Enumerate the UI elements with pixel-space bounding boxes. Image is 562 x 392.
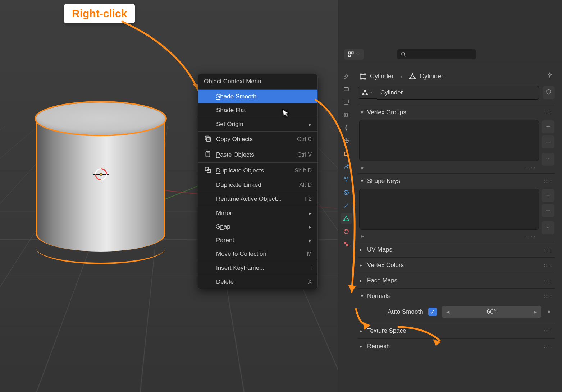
menu-move-collection[interactable]: • Move to Collection M [198,247,317,261]
menu-insert-keyframe[interactable]: • Insert Keyframe... I [198,261,317,275]
tab-texture[interactable] [341,239,352,250]
svg-point-18 [347,165,348,166]
svg-point-25 [348,220,349,221]
tab-tool[interactable] [341,70,352,82]
tab-output[interactable] [341,96,352,108]
breadcrumb-mesh[interactable]: Cylinder [409,73,443,80]
menu-duplicate-linked[interactable]: • Duplicate Linked Alt D [198,178,317,192]
section-vertex-colors[interactable]: ▸Vertex Colors:::: [358,258,555,273]
vertex-group-specials-button[interactable]: ﹀ [542,153,554,166]
svg-rect-8 [352,52,353,54]
cylinder-object[interactable] [36,102,165,257]
mesh-name-input[interactable] [377,86,539,100]
breadcrumb-sep: › [400,73,402,80]
section-remesh[interactable]: ▸Remesh:::: [358,339,555,354]
svg-point-36 [414,78,415,79]
add-vertex-group-button[interactable]: + [542,120,554,133]
svg-line-11 [404,55,406,56]
remove-shape-key-button[interactable]: − [542,204,554,217]
shape-key-specials-button[interactable]: ﹀ [542,221,554,234]
tab-object[interactable] [341,148,352,160]
tab-particles[interactable] [341,174,352,185]
svg-rect-15 [345,114,347,116]
svg-point-22 [344,190,348,195]
properties-type-dropdown[interactable]: ﹀ [344,49,364,60]
svg-point-24 [344,220,345,221]
svg-point-10 [402,52,405,55]
svg-rect-12 [344,88,348,91]
svg-rect-2 [205,136,209,140]
menu-set-origin[interactable]: • Set Origin [198,117,317,131]
svg-point-21 [346,180,347,181]
object-icon [359,73,366,80]
menu-shade-flat[interactable]: • Shade Flat [198,103,317,117]
svg-rect-28 [344,242,346,244]
svg-rect-13 [344,100,348,103]
vertex-groups-list[interactable]: + − ﹀ [359,120,539,161]
menu-paste-objects[interactable]: Paste Objects Ctrl V [198,147,317,162]
section-texture-space[interactable]: ▸Texture Space:::: [358,323,555,338]
tab-world[interactable] [341,135,352,147]
menu-duplicate-objects[interactable]: Duplicate Objects Shift D [198,163,317,178]
svg-point-19 [344,178,346,179]
menu-snap[interactable]: • Snap [198,220,317,234]
svg-rect-32 [364,74,365,75]
svg-point-35 [410,78,411,79]
context-menu-title: Object Context Menu [198,74,317,90]
svg-rect-33 [360,78,361,79]
section-face-maps[interactable]: ▸Face Maps:::: [358,273,555,288]
menu-shade-smooth[interactable]: • Shade Smooth [198,90,317,103]
svg-point-20 [347,178,348,179]
add-shape-key-button[interactable]: + [542,189,554,202]
auto-smooth-angle[interactable]: ◀60°▶ [442,306,541,318]
copy-icon [204,135,212,144]
svg-point-23 [346,192,347,194]
breadcrumb-object[interactable]: Cylinder [359,73,394,80]
pin-icon[interactable] [546,72,553,81]
svg-point-37 [412,73,413,74]
auto-smooth-checkbox[interactable]: ✓ [428,308,437,316]
search-icon [401,51,406,57]
svg-rect-29 [346,244,348,246]
shape-keys-list[interactable]: + − ﹀ [359,189,539,230]
svg-rect-17 [345,152,348,156]
menu-mirror[interactable]: • Mirror [198,206,317,220]
tab-mesh-data[interactable] [341,213,352,224]
section-vertex-groups[interactable]: ▼Vertex Groups:::: [358,105,555,120]
tab-render[interactable] [341,83,352,95]
svg-rect-1 [206,137,210,141]
mesh-icon [409,73,416,80]
svg-rect-9 [348,55,350,57]
svg-point-40 [365,90,366,91]
properties-search[interactable] [397,49,476,59]
annotation-label: Right-click [64,4,135,23]
tab-modifier[interactable] [341,161,352,172]
svg-point-26 [346,216,347,217]
tab-material[interactable] [341,226,352,237]
remove-vertex-group-button[interactable]: − [542,135,554,148]
menu-delete[interactable]: • Delete X [198,275,317,289]
auto-smooth-anim-button[interactable]: • [546,307,552,317]
section-shape-keys[interactable]: ▼Shape Keys:::: [358,174,555,189]
mesh-data-icon[interactable]: ﹀ [358,87,377,99]
svg-point-39 [367,94,368,95]
menu-rename[interactable]: • Rename Active Object... F2 [198,192,317,206]
menu-parent[interactable]: • Parent [198,234,317,247]
paste-icon [204,150,212,159]
menu-copy-objects[interactable]: Copy Objects Ctrl C [198,132,317,147]
fake-user-button[interactable] [543,86,555,99]
duplicate-icon [204,166,212,175]
tab-viewlayer[interactable] [341,109,352,121]
tab-physics[interactable] [341,187,352,198]
svg-rect-31 [360,74,361,75]
properties-panel: ﹀ Cylinder › Cylinder [338,0,562,392]
section-uv-maps[interactable]: ▸UV Maps:::: [358,242,555,257]
tab-scene[interactable] [341,122,352,134]
svg-rect-34 [364,78,365,79]
svg-rect-7 [348,52,350,54]
tab-constraints[interactable] [341,200,352,211]
svg-point-38 [362,94,364,95]
context-menu[interactable]: Object Context Menu • Shade Smooth • Sha… [198,74,318,289]
section-normals[interactable]: ▼Normals:::: [358,289,555,304]
auto-smooth-label: Auto Smooth [388,308,423,315]
